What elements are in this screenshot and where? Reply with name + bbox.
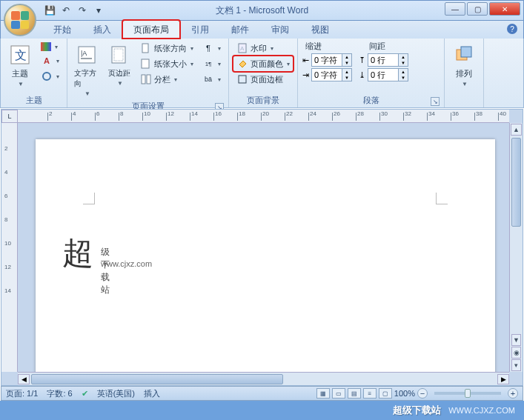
help-icon[interactable]: ? [507, 24, 517, 34]
orientation-button[interactable]: 纸张方向▾ [137, 41, 196, 56]
scroll-right-button[interactable]: ▶ [497, 374, 509, 384]
scroll-down-button[interactable]: ▼ [511, 334, 521, 346]
watermark-button[interactable]: A水印▾ [233, 41, 293, 56]
undo-button[interactable]: ↶ [59, 3, 73, 18]
view-draft[interactable]: ▢ [379, 388, 392, 399]
spin-up[interactable]: ▲ [399, 54, 408, 60]
themes-button[interactable]: 文 主题 ▼ [5, 41, 35, 90]
scroll-thumb-h[interactable] [31, 374, 283, 384]
horizontal-scrollbar[interactable]: ◀ ▶ [18, 372, 509, 385]
ruler-corner[interactable]: L [1, 110, 18, 123]
theme-effects-button[interactable]: ▾ [38, 69, 62, 84]
spin-up[interactable]: ▲ [399, 69, 408, 75]
page-color-button[interactable]: 页面颜色▾ [233, 56, 293, 71]
document-viewport[interactable]: 超 级下载站 www.cjxz.com [18, 123, 509, 372]
indent-left-input[interactable] [312, 56, 342, 64]
view-outline[interactable]: ≡ [363, 388, 377, 399]
scroll-thumb-v[interactable] [511, 138, 521, 227]
redo-button[interactable]: ↷ [75, 3, 90, 18]
breaks-icon: ¶ [202, 42, 214, 54]
status-language[interactable]: 英语(美国) [97, 388, 135, 399]
prev-page-button[interactable]: ◉ [511, 347, 521, 359]
group-arrange: 排列▼ [445, 39, 484, 107]
view-full-reading[interactable]: ▭ [332, 388, 345, 399]
line-numbers-icon: 1¶ [202, 58, 214, 70]
spin-down[interactable]: ▼ [399, 75, 408, 81]
tab-page-layout[interactable]: 页面布局 [122, 20, 180, 39]
zoom-out-button[interactable]: − [417, 388, 428, 399]
scroll-up-button[interactable]: ▲ [511, 124, 522, 136]
spin-down[interactable]: ▼ [342, 60, 351, 66]
indent-right-spinner[interactable]: ▲▼ [311, 68, 352, 81]
spin-down[interactable]: ▼ [342, 75, 351, 81]
space-after-input[interactable] [368, 70, 398, 79]
size-button[interactable]: 纸张大小▾ [137, 56, 196, 71]
theme-colors-button[interactable]: ▾ [38, 41, 62, 53]
space-before-icon: ⤒ [359, 56, 365, 65]
text-direction-icon: |A [75, 43, 99, 67]
zoom-knob[interactable] [465, 389, 471, 398]
indent-right-input[interactable] [312, 70, 342, 79]
svg-point-2 [43, 73, 50, 80]
watermark-url: www.cjxz.com [101, 259, 152, 268]
view-print-layout[interactable]: ▦ [316, 388, 330, 399]
banner-title: 超级下载站 [393, 404, 441, 417]
svg-text:文: 文 [15, 49, 27, 61]
indent-left-spinner[interactable]: ▲▼ [311, 53, 352, 67]
margin-corner-tl [83, 193, 95, 204]
status-words[interactable]: 字数: 6 [47, 388, 72, 399]
document-page[interactable]: 超 级下载站 www.cjxz.com [36, 139, 495, 372]
arrange-icon [452, 43, 476, 67]
fonts-icon: A [41, 55, 53, 67]
next-page-button[interactable]: ▾ [511, 359, 521, 371]
view-web-layout[interactable]: ▤ [348, 388, 361, 399]
zoom-level[interactable]: 100% [394, 389, 415, 398]
space-before-input[interactable] [368, 56, 398, 64]
tab-references[interactable]: 引用 [180, 20, 220, 39]
margins-button[interactable]: 页边距▼ [105, 41, 134, 89]
svg-rect-14 [239, 76, 246, 83]
scroll-left-button[interactable]: ◀ [18, 374, 30, 384]
group-label-page-background: 页面背景 [233, 93, 293, 107]
columns-button[interactable]: 分栏▾ [137, 72, 196, 87]
zoom-in-button[interactable]: + [508, 388, 518, 399]
svg-rect-16 [461, 47, 471, 57]
tab-mailings[interactable]: 邮件 [220, 20, 260, 39]
spin-up[interactable]: ▲ [342, 69, 351, 75]
breaks-button[interactable]: ¶▾ [199, 41, 224, 56]
text-direction-button[interactable]: |A 文字方向▼ [72, 41, 102, 99]
maximize-button[interactable]: ▢ [467, 2, 488, 16]
svg-rect-9 [142, 59, 149, 68]
status-page[interactable]: 页面: 1/1 [6, 388, 38, 399]
vertical-ruler[interactable]: 2468101214 [1, 123, 18, 372]
tab-view[interactable]: 视图 [300, 20, 340, 39]
zoom-slider[interactable] [434, 392, 501, 395]
tab-home[interactable]: 开始 [42, 20, 82, 39]
line-numbers-button[interactable]: 1¶▾ [199, 56, 224, 71]
office-button[interactable] [4, 4, 36, 36]
space-before-spinner[interactable]: ▲▼ [368, 53, 408, 67]
indent-right-icon: ⇥ [302, 70, 309, 80]
indent-left-icon: ⇤ [302, 56, 309, 65]
arrange-button[interactable]: 排列▼ [449, 41, 479, 90]
horizontal-ruler[interactable]: 246810121416182022242628303234363840 [18, 110, 509, 123]
tab-insert[interactable]: 插入 [82, 20, 122, 39]
hyphenation-button[interactable]: bā▾ [199, 72, 224, 87]
paragraph-launcher[interactable]: ↘ [431, 97, 440, 106]
close-button[interactable]: ✕ [489, 2, 520, 16]
tab-review[interactable]: 审阅 [260, 20, 300, 39]
spin-up[interactable]: ▲ [342, 54, 351, 60]
proofing-icon[interactable]: ✔ [82, 389, 88, 399]
space-after-spinner[interactable]: ▲▼ [368, 68, 408, 81]
page-borders-button[interactable]: 页面边框 [233, 72, 293, 87]
effects-icon [41, 70, 53, 82]
qat-customize-button[interactable]: ▾ [91, 3, 106, 18]
minimize-button[interactable]: — [445, 2, 465, 16]
spacing-heading: 间距 [369, 41, 385, 52]
vertical-scrollbar[interactable]: ▲ ▼ ◉ ▾ [509, 123, 523, 372]
save-button[interactable]: 💾 [42, 3, 57, 18]
size-icon [140, 58, 152, 70]
spin-down[interactable]: ▼ [399, 60, 408, 66]
theme-fonts-button[interactable]: A▾ [38, 53, 62, 68]
status-mode[interactable]: 插入 [144, 388, 160, 399]
